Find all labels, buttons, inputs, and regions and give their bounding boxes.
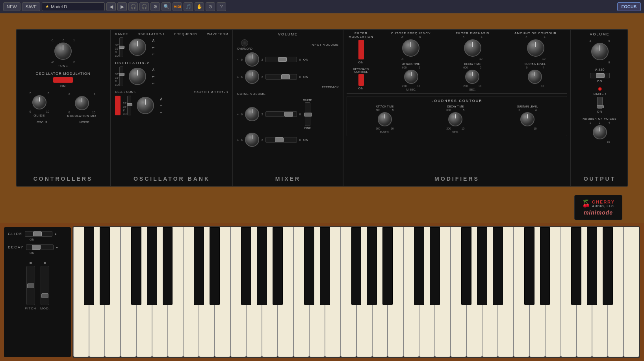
headphone-icon[interactable]: 🎧 — [128, 2, 138, 11]
black-key-13[interactable] — [367, 227, 377, 305]
feedback-label: FEEDBACK — [237, 85, 339, 89]
output-vol-knob[interactable] — [591, 43, 609, 60]
black-key-14[interactable] — [382, 227, 393, 305]
black-key-24[interactable] — [603, 227, 613, 305]
osc-mod-slider[interactable] — [53, 77, 73, 83]
kbd-decay-fader[interactable] — [26, 244, 54, 250]
filter-decay-knob[interactable] — [465, 70, 479, 84]
new-button[interactable]: NEW — [3, 2, 20, 11]
mod-mix-knob[interactable] — [75, 96, 89, 110]
black-key-0[interactable] — [84, 227, 94, 305]
save-button[interactable]: SAVE — [22, 2, 41, 11]
filter-attack-knob[interactable] — [404, 70, 418, 84]
filter-sustain-knob[interactable] — [528, 70, 542, 84]
tune-icon[interactable]: 🎵 — [184, 2, 193, 11]
osc1-wave2[interactable]: ⌐ — [152, 44, 155, 50]
osc3-wave1[interactable]: ∧ — [160, 96, 163, 102]
osc3-label: OSC. 3 — [37, 120, 47, 124]
search-icon[interactable]: 🔍 — [161, 2, 171, 11]
tune-knob[interactable] — [54, 43, 72, 60]
black-key-15[interactable] — [414, 227, 424, 305]
midi-icon[interactable]: MIDI — [173, 2, 182, 11]
black-key-11[interactable] — [320, 227, 330, 305]
cutoff-knob[interactable] — [402, 39, 419, 57]
num-voices-knob[interactable] — [593, 125, 607, 139]
headphone2-icon[interactable]: 🎧 — [139, 2, 149, 11]
mixer-knob-3[interactable] — [245, 107, 259, 121]
osc1-range-slider[interactable] — [119, 37, 123, 57]
help-icon[interactable]: ? — [217, 2, 226, 11]
piano-keyboard[interactable] — [72, 226, 640, 358]
black-key-12[interactable] — [351, 227, 362, 305]
circle-icon[interactable]: ⊙ — [206, 2, 215, 11]
pitch-wheel[interactable] — [26, 266, 35, 305]
mixer-knob-4[interactable] — [245, 133, 259, 147]
black-key-3[interactable] — [147, 227, 157, 305]
white-pink-fader[interactable] — [305, 102, 310, 126]
mixer-fader-3[interactable] — [265, 111, 297, 117]
mixer-fader-2[interactable] — [265, 74, 297, 80]
black-key-6[interactable] — [210, 227, 220, 305]
osc-mod-label: OSCILLATOR MODULATION — [35, 72, 90, 76]
osc2-wave1[interactable]: ∧ — [152, 67, 155, 72]
osc3-cont-slider[interactable] — [115, 96, 121, 115]
black-key-4[interactable] — [163, 227, 173, 305]
black-key-7[interactable] — [241, 227, 251, 305]
input-vol-label: INPUT VOLUME — [310, 43, 339, 46]
osc3-range-slider[interactable] — [127, 96, 131, 115]
emphasis-knob[interactable] — [464, 39, 481, 57]
black-key-20[interactable] — [524, 227, 535, 305]
osc1-wave1[interactable]: ∧ — [152, 38, 155, 43]
loud-sustain-knob[interactable] — [520, 112, 535, 126]
prev-button[interactable]: ◀ — [106, 2, 116, 11]
osc2-wave2[interactable]: ⌐ — [152, 74, 155, 79]
mod-wheel[interactable] — [41, 266, 49, 305]
osc2-freq-knob[interactable] — [129, 68, 146, 85]
output-section: VOLUME 26 8 A-440 ON — [571, 29, 628, 187]
black-key-17[interactable] — [461, 227, 471, 305]
osc1-wave3[interactable]: ⌐ — [152, 51, 155, 57]
black-key-16[interactable] — [430, 227, 440, 305]
white-key-36[interactable] — [624, 227, 639, 357]
osc3-freq-knob[interactable] — [137, 97, 154, 114]
black-key-21[interactable] — [540, 227, 550, 305]
black-key-1[interactable] — [100, 227, 110, 305]
osc2-wave3[interactable]: ⌐ — [152, 80, 155, 86]
black-key-9[interactable] — [273, 227, 283, 305]
limiter-label: LIMITER — [594, 92, 606, 96]
filter-mod-slider[interactable] — [358, 40, 364, 59]
synth-top-panel: -101 -22 TUNE OSCILLATOR MODULATION ON — [16, 29, 628, 187]
osc1-freq-knob[interactable] — [129, 39, 146, 56]
mixer-knob-2[interactable] — [245, 70, 259, 84]
controllers-section: -101 -22 TUNE OSCILLATOR MODULATION ON — [16, 29, 111, 187]
amount-knob[interactable] — [527, 39, 544, 57]
hand-icon[interactable]: ✋ — [195, 2, 204, 11]
black-key-2[interactable] — [131, 227, 141, 305]
kbd-glide-fader[interactable] — [25, 231, 52, 237]
loud-decay-knob[interactable] — [448, 112, 462, 126]
kbd-decay-dot: ● — [56, 246, 58, 249]
black-key-18[interactable] — [477, 227, 487, 305]
pitch-wheel-container: PITCH — [25, 262, 36, 310]
osc2-range-slider[interactable] — [119, 67, 123, 86]
settings-icon[interactable]: ⚙ — [150, 2, 160, 11]
mixer-fader-4[interactable] — [265, 137, 297, 143]
mixer-knob-1[interactable] — [245, 52, 259, 67]
kbd-decay-label: DECAY — [8, 245, 24, 249]
black-key-8[interactable] — [257, 227, 267, 305]
loud-attack-knob[interactable] — [378, 112, 392, 126]
limiter-slider[interactable] — [597, 97, 603, 109]
osc3-wave3[interactable]: ⌐ — [160, 109, 163, 115]
kbd-ctrl-slider[interactable] — [358, 74, 364, 86]
glide-knob[interactable] — [32, 95, 46, 109]
black-key-22[interactable] — [571, 227, 581, 305]
mixer-fader-1[interactable] — [265, 57, 297, 62]
next-button[interactable]: ▶ — [117, 2, 127, 11]
focus-button[interactable]: FOCUS — [617, 2, 641, 11]
osc3-wave2[interactable]: ⌐ — [160, 103, 163, 108]
black-key-5[interactable] — [194, 227, 204, 305]
black-key-10[interactable] — [304, 227, 314, 305]
black-key-19[interactable] — [493, 227, 503, 305]
a440-fader[interactable] — [590, 73, 610, 78]
black-key-23[interactable] — [587, 227, 597, 305]
